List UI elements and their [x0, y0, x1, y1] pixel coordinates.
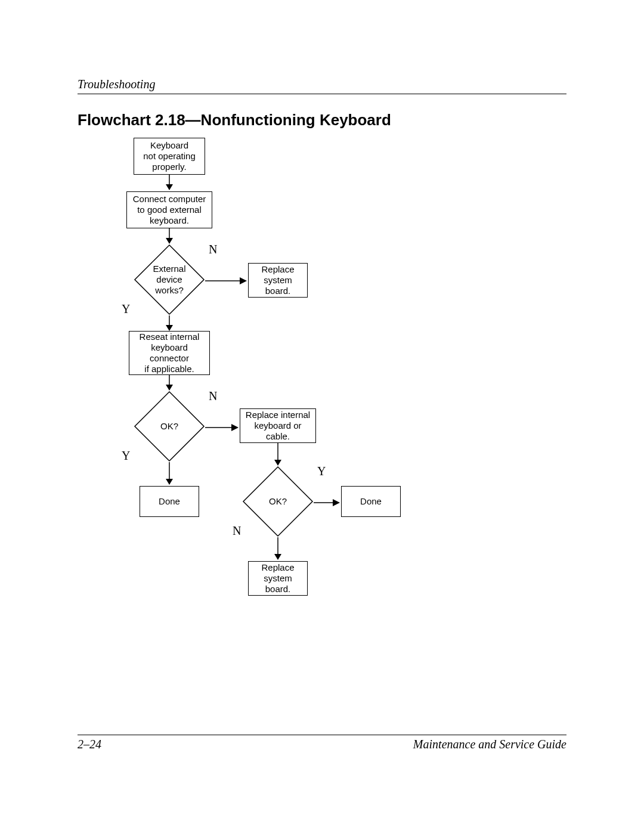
arrow: [165, 228, 174, 245]
footer-rule: [78, 735, 566, 735]
decision-ok-1: OK?: [134, 391, 205, 462]
svg-marker-13: [231, 424, 239, 431]
node-done-1: Done: [140, 486, 199, 517]
svg-marker-10: [166, 385, 173, 391]
svg-marker-20: [333, 499, 340, 506]
doc-title: Maintenance and Service Guide: [413, 738, 566, 751]
node-replace-system-board-2: Replace system board.: [248, 561, 308, 596]
arrow: [205, 423, 240, 432]
arrow: [165, 315, 174, 332]
arrow: [165, 375, 174, 392]
edge-label-y: Y: [122, 449, 130, 463]
flowchart-title: Flowchart 2.18—Nonfunctioning Keyboard: [78, 111, 566, 129]
header-rule: [78, 94, 566, 94]
flowchart: Keyboard not operating properly. Connect…: [78, 138, 566, 674]
svg-marker-3: [166, 238, 173, 244]
decision-ok-2: OK?: [242, 466, 314, 537]
svg-marker-1: [166, 184, 173, 190]
edge-label-y: Y: [317, 465, 326, 478]
page-number: 2–24: [78, 738, 101, 751]
arrow: [205, 276, 248, 286]
arrow: [314, 498, 341, 507]
svg-marker-15: [166, 479, 173, 485]
arrow: [273, 537, 283, 561]
header-section: Troubleshooting: [78, 78, 566, 91]
arrow: [273, 443, 283, 467]
arrow: [165, 462, 174, 486]
svg-marker-22: [274, 554, 281, 560]
edge-label-n: N: [233, 524, 241, 538]
edge-label-n: N: [209, 243, 217, 256]
svg-marker-6: [240, 277, 247, 284]
edge-label-n: N: [209, 389, 217, 403]
svg-marker-8: [166, 325, 173, 331]
node-done-2: Done: [341, 486, 401, 517]
node-start: Keyboard not operating properly.: [134, 138, 205, 175]
arrow: [165, 175, 174, 191]
node-replace-keyboard: Replace internal keyboard or cable.: [240, 408, 316, 443]
decision-external-works: External device works?: [134, 244, 205, 315]
edge-label-y: Y: [122, 302, 130, 316]
node-replace-system-board-1: Replace system board.: [248, 263, 308, 298]
svg-marker-17: [274, 460, 281, 466]
node-connect-external: Connect computer to good external keyboa…: [126, 191, 212, 228]
node-reseat-connector: Reseat internal keyboard connector if ap…: [129, 331, 210, 375]
